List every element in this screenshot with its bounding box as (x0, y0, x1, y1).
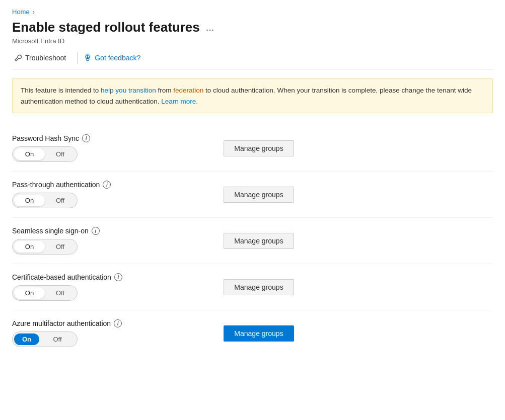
feature-right-phs: Manage groups (224, 140, 493, 156)
info-icon-phs[interactable]: i (82, 134, 90, 142)
feature-label-cba: Certificate-based authentication (12, 273, 111, 281)
toggle-mfa[interactable]: On Off (12, 331, 78, 347)
toggle-on-sso: On (14, 241, 45, 253)
feature-label-sso: Seamless single sign-on (12, 227, 89, 235)
feature-left-phs: Password Hash Sync i On Off (12, 134, 224, 162)
feature-label-row-sso: Seamless single sign-on i (12, 227, 224, 235)
feature-label-row-cba: Certificate-based authentication i (12, 273, 224, 281)
manage-groups-button-sso[interactable]: Manage groups (224, 233, 294, 249)
feature-label-phs: Password Hash Sync (12, 134, 79, 142)
info-icon-mfa[interactable]: i (114, 319, 122, 327)
learn-more-link[interactable]: Learn more. (161, 98, 198, 105)
feature-right-cba: Manage groups (224, 279, 493, 295)
feature-label-mfa: Azure multifactor authentication (12, 319, 111, 327)
feature-left-pta: Pass-through authentication i On Off (12, 181, 224, 208)
feature-right-pta: Manage groups (224, 187, 493, 203)
feature-label-row-phs: Password Hash Sync i (12, 134, 224, 142)
feature-left-sso: Seamless single sign-on i On Off (12, 227, 224, 255)
feedback-label: Got feedback? (95, 54, 140, 62)
federation-text: federation (173, 87, 203, 94)
info-icon-pta[interactable]: i (103, 181, 111, 189)
feature-label-row-mfa: Azure multifactor authentication i (12, 319, 224, 327)
toggle-on-pta: On (14, 195, 45, 206)
toggle-pta[interactable]: On Off (12, 193, 78, 208)
manage-groups-button-mfa[interactable]: Manage groups (224, 325, 294, 342)
toggle-cba[interactable]: On Off (12, 285, 78, 301)
info-icon-cba[interactable]: i (114, 273, 122, 281)
page-subtitle: Microsoft Entra ID (12, 37, 493, 45)
page-title-container: Enable staged rollout features ... (12, 20, 493, 35)
page-title: Enable staged rollout features (12, 20, 200, 35)
toggle-off-cba: Off (45, 287, 76, 299)
feedback-icon (84, 54, 92, 62)
toolbar-divider (77, 52, 78, 64)
page-title-ellipsis[interactable]: ... (206, 22, 214, 33)
wrench-icon (14, 54, 22, 62)
feature-left-mfa: Azure multifactor authentication i On Of… (12, 319, 224, 347)
info-banner: This feature is intended to help you tra… (12, 78, 493, 113)
feature-row-password-hash-sync: Password Hash Sync i On Off Manage group… (12, 125, 493, 172)
troubleshoot-button[interactable]: Troubleshoot (12, 52, 73, 64)
breadcrumb: Home › (12, 8, 493, 16)
manage-groups-button-pta[interactable]: Manage groups (224, 187, 294, 203)
transition-link[interactable]: help you transition (101, 87, 156, 94)
toolbar: Troubleshoot Got feedback? (12, 52, 493, 69)
toggle-off-pta: Off (45, 195, 76, 206)
svg-point-2 (87, 57, 89, 59)
toggle-on-phs: On (14, 148, 45, 160)
feature-row-mfa: Azure multifactor authentication i On Of… (12, 310, 493, 356)
toggle-off-phs: Off (45, 148, 76, 160)
feature-label-pta: Pass-through authentication (12, 181, 100, 189)
troubleshoot-label: Troubleshoot (25, 54, 66, 62)
toggle-on-cba: On (14, 287, 45, 299)
info-icon-sso[interactable]: i (92, 227, 100, 235)
toggle-off-mfa: Off (39, 333, 76, 345)
features-list: Password Hash Sync i On Off Manage group… (12, 125, 493, 356)
feature-right-mfa: Manage groups (224, 325, 493, 342)
page-container: Home › Enable staged rollout features ..… (0, 0, 505, 364)
toggle-phs[interactable]: On Off (12, 146, 78, 162)
toggle-sso[interactable]: On Off (12, 239, 78, 255)
feature-left-cba: Certificate-based authentication i On Of… (12, 273, 224, 301)
feature-row-sso: Seamless single sign-on i On Off Manage … (12, 218, 493, 264)
manage-groups-button-phs[interactable]: Manage groups (224, 140, 294, 156)
feature-right-sso: Manage groups (224, 233, 493, 249)
breadcrumb-chevron: › (33, 9, 35, 16)
feature-label-row-pta: Pass-through authentication i (12, 181, 224, 189)
manage-groups-button-cba[interactable]: Manage groups (224, 279, 294, 295)
breadcrumb-home[interactable]: Home (12, 8, 30, 16)
toggle-on-mfa: On (14, 333, 39, 345)
feedback-button[interactable]: Got feedback? (82, 52, 148, 64)
feature-row-pta: Pass-through authentication i On Off Man… (12, 172, 493, 218)
feature-row-cba: Certificate-based authentication i On Of… (12, 264, 493, 310)
toggle-off-sso: Off (45, 241, 76, 253)
